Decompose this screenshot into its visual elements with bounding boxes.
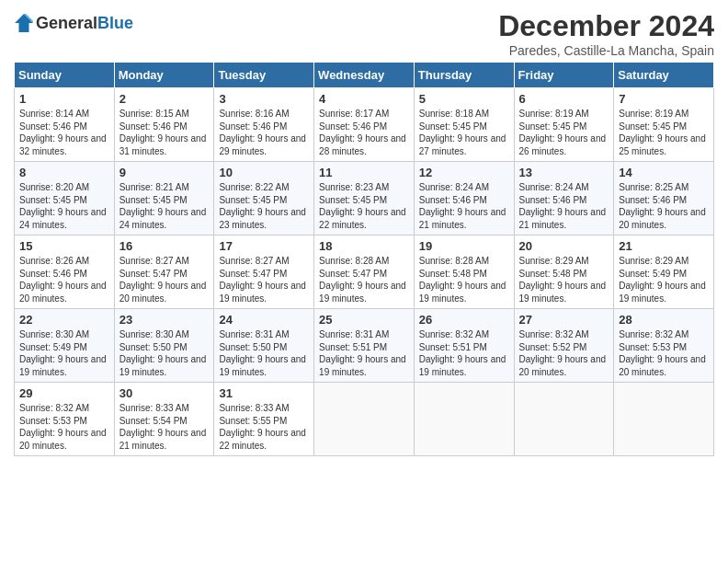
cell-text: Sunrise: 8:31 AMSunset: 5:51 PMDaylight:… (319, 329, 406, 377)
day-number: 19 (419, 239, 509, 253)
cell-text: Sunrise: 8:19 AMSunset: 5:45 PMDaylight:… (519, 109, 607, 156)
table-row: 8Sunrise: 8:20 AMSunset: 5:45 PMDaylight… (15, 162, 115, 236)
table-row: 20Sunrise: 8:29 AMSunset: 5:48 PMDayligh… (514, 236, 614, 309)
cell-text: Sunrise: 8:17 AMSunset: 5:46 PMDaylight:… (319, 109, 406, 156)
cell-text: Sunrise: 8:32 AMSunset: 5:53 PMDaylight:… (19, 403, 107, 451)
day-number: 25 (319, 313, 409, 327)
calendar-week-row: 15Sunrise: 8:26 AMSunset: 5:46 PMDayligh… (15, 236, 714, 309)
calendar-week-row: 8Sunrise: 8:20 AMSunset: 5:45 PMDaylight… (15, 162, 714, 236)
day-number: 11 (319, 166, 409, 179)
day-number: 29 (19, 386, 109, 400)
day-number: 15 (19, 239, 109, 253)
calendar-week-row: 29Sunrise: 8:32 AMSunset: 5:53 PMDayligh… (15, 383, 714, 456)
day-number: 2 (119, 92, 210, 106)
table-row: 19Sunrise: 8:28 AMSunset: 5:48 PMDayligh… (414, 236, 514, 309)
month-title: December 2024 (498, 9, 714, 43)
cell-text: Sunrise: 8:28 AMSunset: 5:48 PMDaylight:… (419, 256, 506, 304)
day-number: 10 (219, 166, 309, 179)
col-friday: Friday (514, 63, 614, 88)
cell-text: Sunrise: 8:20 AMSunset: 5:45 PMDaylight:… (19, 182, 107, 230)
day-number: 17 (219, 239, 309, 253)
day-number: 24 (219, 313, 309, 327)
col-thursday: Thursday (414, 63, 514, 88)
table-row: 30Sunrise: 8:33 AMSunset: 5:54 PMDayligh… (114, 383, 214, 456)
cell-text: Sunrise: 8:33 AMSunset: 5:54 PMDaylight:… (119, 403, 207, 451)
title-block: December 2024 Paredes, Castille-La Manch… (498, 9, 714, 58)
day-number: 3 (219, 92, 309, 106)
table-row: 22Sunrise: 8:30 AMSunset: 5:49 PMDayligh… (15, 309, 115, 383)
day-number: 1 (19, 92, 109, 106)
day-number: 13 (519, 166, 609, 179)
col-tuesday: Tuesday (214, 63, 314, 88)
table-row: 9Sunrise: 8:21 AMSunset: 5:45 PMDaylight… (114, 162, 214, 236)
logo-blue: Blue (97, 14, 133, 32)
cell-text: Sunrise: 8:15 AMSunset: 5:46 PMDaylight:… (119, 109, 207, 156)
col-sunday: Sunday (15, 63, 115, 88)
svg-marker-0 (15, 14, 33, 32)
day-number: 16 (119, 239, 210, 253)
table-row: 2Sunrise: 8:15 AMSunset: 5:46 PMDaylight… (114, 88, 214, 162)
cell-text: Sunrise: 8:24 AMSunset: 5:46 PMDaylight:… (419, 182, 506, 230)
cell-text: Sunrise: 8:14 AMSunset: 5:46 PMDaylight:… (19, 109, 107, 156)
table-row: 14Sunrise: 8:25 AMSunset: 5:46 PMDayligh… (614, 162, 714, 236)
page-header: GeneralBlue December 2024 Paredes, Casti… (14, 9, 714, 58)
day-number: 8 (19, 166, 109, 179)
table-row: 6Sunrise: 8:19 AMSunset: 5:45 PMDaylight… (514, 88, 614, 162)
table-row: 29Sunrise: 8:32 AMSunset: 5:53 PMDayligh… (15, 383, 115, 456)
calendar-table: Sunday Monday Tuesday Wednesday Thursday… (14, 62, 714, 456)
table-row: 26Sunrise: 8:32 AMSunset: 5:51 PMDayligh… (414, 309, 514, 383)
cell-text: Sunrise: 8:32 AMSunset: 5:51 PMDaylight:… (419, 329, 506, 377)
cell-text: Sunrise: 8:24 AMSunset: 5:46 PMDaylight:… (519, 182, 607, 230)
col-wednesday: Wednesday (314, 63, 415, 88)
cell-text: Sunrise: 8:33 AMSunset: 5:55 PMDaylight:… (219, 403, 306, 451)
cell-text: Sunrise: 8:25 AMSunset: 5:46 PMDaylight:… (619, 182, 706, 230)
day-number: 22 (19, 313, 109, 327)
table-row: 10Sunrise: 8:22 AMSunset: 5:45 PMDayligh… (214, 162, 314, 236)
day-number: 7 (619, 92, 709, 106)
calendar-week-row: 22Sunrise: 8:30 AMSunset: 5:49 PMDayligh… (15, 309, 714, 383)
day-number: 23 (119, 313, 210, 327)
cell-text: Sunrise: 8:32 AMSunset: 5:52 PMDaylight:… (519, 329, 607, 377)
day-number: 20 (519, 239, 609, 253)
table-row: 1Sunrise: 8:14 AMSunset: 5:46 PMDaylight… (15, 88, 115, 162)
cell-text: Sunrise: 8:19 AMSunset: 5:45 PMDaylight:… (619, 109, 706, 156)
cell-text: Sunrise: 8:18 AMSunset: 5:45 PMDaylight:… (419, 109, 506, 156)
day-number: 5 (419, 92, 509, 106)
cell-text: Sunrise: 8:29 AMSunset: 5:49 PMDaylight:… (619, 256, 706, 304)
col-monday: Monday (114, 63, 214, 88)
logo-icon (14, 13, 34, 33)
table-row: 12Sunrise: 8:24 AMSunset: 5:46 PMDayligh… (414, 162, 514, 236)
cell-text: Sunrise: 8:27 AMSunset: 5:47 PMDaylight:… (219, 256, 306, 304)
table-row: 18Sunrise: 8:28 AMSunset: 5:47 PMDayligh… (314, 236, 415, 309)
table-row: 5Sunrise: 8:18 AMSunset: 5:45 PMDaylight… (414, 88, 514, 162)
calendar-header-row: Sunday Monday Tuesday Wednesday Thursday… (15, 63, 714, 88)
table-row: 7Sunrise: 8:19 AMSunset: 5:45 PMDaylight… (614, 88, 714, 162)
day-number: 31 (219, 386, 309, 400)
table-row: 16Sunrise: 8:27 AMSunset: 5:47 PMDayligh… (114, 236, 214, 309)
table-row: 27Sunrise: 8:32 AMSunset: 5:52 PMDayligh… (514, 309, 614, 383)
cell-text: Sunrise: 8:16 AMSunset: 5:46 PMDaylight:… (219, 109, 306, 156)
table-row: 23Sunrise: 8:30 AMSunset: 5:50 PMDayligh… (114, 309, 214, 383)
cell-text: Sunrise: 8:30 AMSunset: 5:49 PMDaylight:… (19, 329, 107, 377)
logo: GeneralBlue (14, 13, 133, 33)
logo-general: General (36, 14, 97, 32)
cell-text: Sunrise: 8:27 AMSunset: 5:47 PMDaylight:… (119, 256, 207, 304)
day-number: 14 (619, 166, 709, 179)
table-row: 25Sunrise: 8:31 AMSunset: 5:51 PMDayligh… (314, 309, 415, 383)
table-row: 21Sunrise: 8:29 AMSunset: 5:49 PMDayligh… (614, 236, 714, 309)
cell-text: Sunrise: 8:21 AMSunset: 5:45 PMDaylight:… (119, 182, 207, 230)
cell-text: Sunrise: 8:29 AMSunset: 5:48 PMDaylight:… (519, 256, 607, 304)
day-number: 28 (619, 313, 709, 327)
day-number: 27 (519, 313, 609, 327)
col-saturday: Saturday (614, 63, 714, 88)
table-row (414, 383, 514, 456)
table-row: 24Sunrise: 8:31 AMSunset: 5:50 PMDayligh… (214, 309, 314, 383)
day-number: 21 (619, 239, 709, 253)
day-number: 30 (119, 386, 210, 400)
day-number: 9 (119, 166, 210, 179)
table-row: 11Sunrise: 8:23 AMSunset: 5:45 PMDayligh… (314, 162, 415, 236)
cell-text: Sunrise: 8:23 AMSunset: 5:45 PMDaylight:… (319, 182, 406, 230)
cell-text: Sunrise: 8:26 AMSunset: 5:46 PMDaylight:… (19, 256, 107, 304)
table-row: 13Sunrise: 8:24 AMSunset: 5:46 PMDayligh… (514, 162, 614, 236)
table-row: 3Sunrise: 8:16 AMSunset: 5:46 PMDaylight… (214, 88, 314, 162)
